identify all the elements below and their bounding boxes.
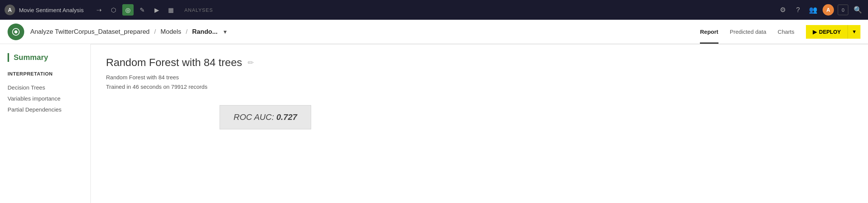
deploy-button-group: ▶ DEPLOY ▼	[806, 25, 860, 39]
model-subtitle: Random Forest with 84 trees	[106, 74, 853, 80]
roc-value: 0.727	[276, 112, 297, 122]
tab-charts[interactable]: Charts	[778, 20, 794, 44]
target-icon[interactable]: ◎	[122, 4, 134, 16]
model-title: Random Forest with 84 trees	[106, 57, 242, 69]
breadcrumb: Analyze TwitterCorpus_Dataset_prepared /…	[30, 27, 700, 36]
model-title-row: Random Forest with 84 trees ✏	[106, 57, 853, 69]
analyses-label: ANALYSES	[184, 7, 213, 13]
avatar[interactable]: A	[823, 4, 834, 16]
sidebar-interpretation-title: INTERPRETATION	[8, 71, 83, 77]
edit-icon[interactable]: ✎	[137, 4, 148, 16]
topbar: A Movie Sentiment Analysis ⇢ ⬡ ◎ ✎ ▶ ▦ A…	[0, 0, 868, 20]
breadcrumb-sep-2: /	[186, 28, 188, 36]
roc-label: ROC AUC:	[234, 112, 274, 122]
app-logo: A	[5, 5, 15, 15]
sidebar-item-summary[interactable]: Summary	[8, 53, 83, 62]
deploy-dropdown-button[interactable]: ▼	[848, 25, 860, 39]
app-title: Movie Sentiment Analysis	[19, 7, 84, 13]
breadcrumb-logo	[8, 24, 24, 40]
sidebar-item-variables-importance[interactable]: Variables importance	[8, 93, 83, 104]
flow-icon[interactable]: ⇢	[94, 4, 105, 16]
main-content: Summary INTERPRETATION Decision Trees Va…	[0, 44, 868, 203]
search-icon[interactable]: 🔍	[852, 4, 863, 16]
sidebar: Summary INTERPRETATION Decision Trees Va…	[0, 44, 91, 203]
help-icon[interactable]: ?	[792, 4, 804, 16]
breadcrumb-bar: Analyze TwitterCorpus_Dataset_prepared /…	[0, 20, 868, 44]
database-icon[interactable]: ⬡	[108, 4, 119, 16]
breadcrumb-current[interactable]: Rando...	[192, 28, 218, 36]
tab-predicted-data[interactable]: Predicted data	[730, 20, 767, 44]
topbar-right: ⚙ ? 👥 A 0 🔍	[777, 4, 863, 16]
tab-report[interactable]: Report	[700, 20, 718, 44]
deploy-play-icon: ▶	[813, 29, 817, 35]
sidebar-item-partial-dependencies[interactable]: Partial Dependencies	[8, 104, 83, 115]
roc-auc-box: ROC AUC: 0.727	[220, 105, 311, 129]
breadcrumb-models[interactable]: Models	[161, 28, 181, 36]
deploy-label: DEPLOY	[819, 29, 841, 35]
breadcrumb-sep-1: /	[154, 28, 156, 36]
users-icon[interactable]: 👥	[807, 4, 819, 16]
breadcrumb-tabs: Report Predicted data Charts	[700, 20, 794, 44]
content-area: Random Forest with 84 trees ✏ Random For…	[91, 44, 868, 203]
deploy-main-button[interactable]: ▶ DEPLOY	[806, 25, 848, 39]
sidebar-item-decision-trees[interactable]: Decision Trees	[8, 82, 83, 93]
settings-icon[interactable]: ⚙	[777, 4, 789, 16]
model-trained: Trained in 46 seconds on 79912 records	[106, 83, 853, 90]
breadcrumb-analyze[interactable]: Analyze TwitterCorpus_Dataset_prepared	[30, 28, 150, 36]
notification-badge[interactable]: 0	[838, 5, 848, 15]
model-edit-icon[interactable]: ✏	[248, 58, 254, 67]
breadcrumb-dropdown-icon[interactable]: ▼	[221, 27, 230, 36]
svg-point-1	[14, 30, 17, 33]
topbar-icons: ⇢ ⬡ ◎ ✎ ▶ ▦	[94, 4, 177, 16]
bar-chart-icon[interactable]: ▦	[165, 4, 177, 16]
play-icon[interactable]: ▶	[151, 4, 162, 16]
